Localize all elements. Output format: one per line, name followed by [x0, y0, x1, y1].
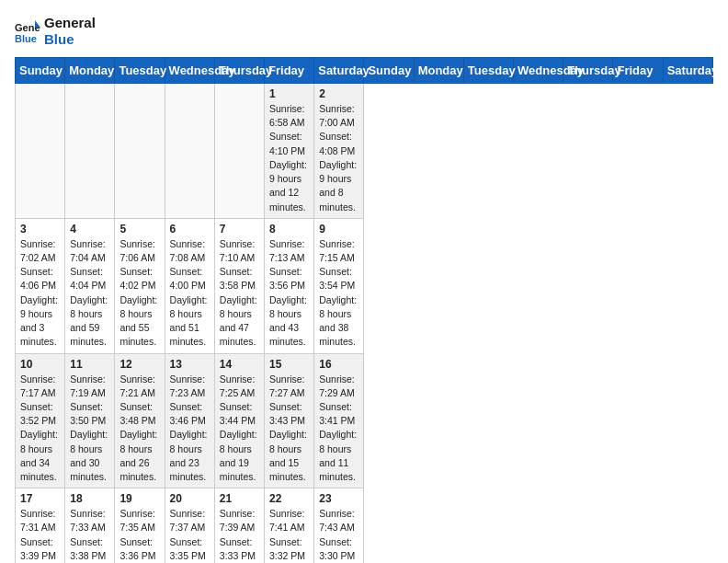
- day-info: Sunrise: 7:37 AM Sunset: 3:35 PM Dayligh…: [170, 507, 210, 563]
- day-info: Sunrise: 7:39 AM Sunset: 3:33 PM Dayligh…: [220, 507, 259, 563]
- calendar-cell: [165, 84, 214, 219]
- day-number: 14: [220, 358, 259, 371]
- day-info: Sunrise: 7:27 AM Sunset: 3:43 PM Dayligh…: [269, 373, 309, 485]
- calendar-cell: [65, 84, 115, 219]
- calendar-cell: 8Sunrise: 7:13 AM Sunset: 3:56 PM Daylig…: [265, 218, 314, 353]
- calendar-cell: 11Sunrise: 7:19 AM Sunset: 3:50 PM Dayli…: [65, 353, 115, 488]
- day-number: 7: [220, 223, 259, 236]
- day-number: 11: [70, 358, 109, 371]
- calendar-cell: 19Sunrise: 7:35 AM Sunset: 3:36 PM Dayli…: [115, 488, 165, 563]
- header-sunday: Sunday: [364, 58, 414, 84]
- day-number: 1: [269, 87, 309, 100]
- day-number: 18: [70, 492, 109, 505]
- day-number: 16: [319, 358, 358, 371]
- day-number: 15: [269, 358, 309, 371]
- calendar-row: 1Sunrise: 6:58 AM Sunset: 4:10 PM Daylig…: [16, 84, 713, 219]
- calendar-row: 17Sunrise: 7:31 AM Sunset: 3:39 PM Dayli…: [16, 488, 713, 563]
- day-number: 4: [70, 223, 109, 236]
- day-info: Sunrise: 6:58 AM Sunset: 4:10 PM Dayligh…: [269, 102, 309, 214]
- calendar-cell: 18Sunrise: 7:33 AM Sunset: 3:38 PM Dayli…: [65, 488, 115, 563]
- day-info: Sunrise: 7:13 AM Sunset: 3:56 PM Dayligh…: [269, 237, 309, 350]
- day-number: 13: [170, 358, 210, 371]
- page-header: General Blue General Blue: [15, 15, 713, 48]
- header-friday: Friday: [613, 58, 663, 84]
- header-friday: Friday: [265, 58, 314, 84]
- day-info: Sunrise: 7:19 AM Sunset: 3:50 PM Dayligh…: [70, 373, 109, 485]
- day-number: 19: [119, 492, 159, 505]
- calendar-cell: 14Sunrise: 7:25 AM Sunset: 3:44 PM Dayli…: [214, 353, 264, 488]
- day-number: 21: [220, 492, 259, 505]
- day-number: 3: [20, 223, 60, 236]
- header-tuesday: Tuesday: [115, 58, 165, 84]
- calendar-cell: 12Sunrise: 7:21 AM Sunset: 3:48 PM Dayli…: [115, 353, 165, 488]
- calendar-cell: 21Sunrise: 7:39 AM Sunset: 3:33 PM Dayli…: [214, 488, 264, 563]
- header-wednesday: Wednesday: [514, 58, 563, 84]
- day-info: Sunrise: 7:17 AM Sunset: 3:52 PM Dayligh…: [20, 373, 60, 485]
- header-thursday: Thursday: [214, 58, 264, 84]
- day-info: Sunrise: 7:02 AM Sunset: 4:06 PM Dayligh…: [20, 237, 60, 350]
- calendar-cell: 23Sunrise: 7:43 AM Sunset: 3:30 PM Dayli…: [314, 488, 364, 563]
- header-saturday: Saturday: [314, 58, 364, 84]
- calendar-cell: 1Sunrise: 6:58 AM Sunset: 4:10 PM Daylig…: [265, 84, 314, 219]
- calendar-cell: 13Sunrise: 7:23 AM Sunset: 3:46 PM Dayli…: [165, 353, 214, 488]
- day-info: Sunrise: 7:41 AM Sunset: 3:32 PM Dayligh…: [269, 507, 309, 563]
- calendar-table: SundayMondayTuesdayWednesdayThursdayFrid…: [15, 57, 713, 563]
- day-info: Sunrise: 7:15 AM Sunset: 3:54 PM Dayligh…: [319, 237, 358, 350]
- day-info: Sunrise: 7:10 AM Sunset: 3:58 PM Dayligh…: [220, 237, 259, 350]
- calendar-cell: [115, 84, 165, 219]
- day-number: 6: [170, 223, 210, 236]
- calendar-cell: 22Sunrise: 7:41 AM Sunset: 3:32 PM Dayli…: [265, 488, 314, 563]
- header-row: SundayMondayTuesdayWednesdayThursdayFrid…: [16, 58, 713, 84]
- day-info: Sunrise: 7:00 AM Sunset: 4:08 PM Dayligh…: [319, 102, 358, 214]
- day-info: Sunrise: 7:33 AM Sunset: 3:38 PM Dayligh…: [70, 507, 109, 563]
- day-info: Sunrise: 7:08 AM Sunset: 4:00 PM Dayligh…: [170, 237, 210, 350]
- day-number: 2: [319, 87, 358, 100]
- logo-general: General: [44, 15, 96, 31]
- day-info: Sunrise: 7:23 AM Sunset: 3:46 PM Dayligh…: [170, 373, 210, 485]
- calendar-cell: 16Sunrise: 7:29 AM Sunset: 3:41 PM Dayli…: [314, 353, 364, 488]
- day-number: 12: [119, 358, 159, 371]
- day-info: Sunrise: 7:29 AM Sunset: 3:41 PM Dayligh…: [319, 373, 358, 485]
- header-thursday: Thursday: [563, 58, 613, 84]
- header-monday: Monday: [414, 58, 463, 84]
- header-saturday: Saturday: [663, 58, 712, 84]
- calendar-cell: 3Sunrise: 7:02 AM Sunset: 4:06 PM Daylig…: [16, 218, 65, 353]
- day-number: 5: [119, 223, 159, 236]
- logo-icon: General Blue: [15, 18, 40, 44]
- calendar-cell: 17Sunrise: 7:31 AM Sunset: 3:39 PM Dayli…: [16, 488, 65, 563]
- day-number: 23: [319, 492, 358, 505]
- calendar-cell: 15Sunrise: 7:27 AM Sunset: 3:43 PM Dayli…: [265, 353, 314, 488]
- day-info: Sunrise: 7:35 AM Sunset: 3:36 PM Dayligh…: [119, 507, 159, 563]
- calendar-cell: 7Sunrise: 7:10 AM Sunset: 3:58 PM Daylig…: [214, 218, 264, 353]
- calendar-cell: [16, 84, 65, 219]
- svg-text:Blue: Blue: [15, 33, 37, 44]
- day-info: Sunrise: 7:06 AM Sunset: 4:02 PM Dayligh…: [119, 237, 159, 350]
- header-sunday: Sunday: [16, 58, 65, 84]
- calendar-cell: 5Sunrise: 7:06 AM Sunset: 4:02 PM Daylig…: [115, 218, 165, 353]
- logo-blue: Blue: [44, 31, 96, 48]
- calendar-cell: 4Sunrise: 7:04 AM Sunset: 4:04 PM Daylig…: [65, 218, 115, 353]
- header-tuesday: Tuesday: [463, 58, 513, 84]
- calendar-cell: 2Sunrise: 7:00 AM Sunset: 4:08 PM Daylig…: [314, 84, 364, 219]
- calendar-row: 3Sunrise: 7:02 AM Sunset: 4:06 PM Daylig…: [16, 218, 713, 353]
- day-info: Sunrise: 7:04 AM Sunset: 4:04 PM Dayligh…: [70, 237, 109, 350]
- calendar-cell: 10Sunrise: 7:17 AM Sunset: 3:52 PM Dayli…: [16, 353, 65, 488]
- day-info: Sunrise: 7:25 AM Sunset: 3:44 PM Dayligh…: [220, 373, 259, 485]
- calendar-cell: [214, 84, 264, 219]
- calendar-cell: 9Sunrise: 7:15 AM Sunset: 3:54 PM Daylig…: [314, 218, 364, 353]
- calendar-cell: 20Sunrise: 7:37 AM Sunset: 3:35 PM Dayli…: [165, 488, 214, 563]
- day-number: 8: [269, 223, 309, 236]
- header-wednesday: Wednesday: [165, 58, 214, 84]
- day-number: 22: [269, 492, 309, 505]
- day-info: Sunrise: 7:43 AM Sunset: 3:30 PM Dayligh…: [319, 507, 358, 563]
- calendar-row: 10Sunrise: 7:17 AM Sunset: 3:52 PM Dayli…: [16, 353, 713, 488]
- calendar-cell: 6Sunrise: 7:08 AM Sunset: 4:00 PM Daylig…: [165, 218, 214, 353]
- logo: General Blue General Blue: [15, 15, 96, 48]
- day-number: 17: [20, 492, 60, 505]
- day-info: Sunrise: 7:21 AM Sunset: 3:48 PM Dayligh…: [119, 373, 159, 485]
- day-number: 9: [319, 223, 358, 236]
- day-number: 20: [170, 492, 210, 505]
- day-info: Sunrise: 7:31 AM Sunset: 3:39 PM Dayligh…: [20, 507, 60, 563]
- day-number: 10: [20, 358, 60, 371]
- header-monday: Monday: [65, 58, 115, 84]
